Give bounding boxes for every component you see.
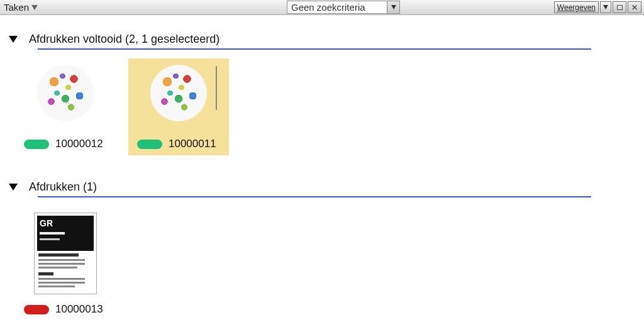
panel-title-area[interactable]: Taken (0, 2, 38, 13)
thumbnail-image (150, 65, 207, 121)
job-id: 10000012 (55, 138, 103, 150)
doc-title: GR (40, 218, 53, 228)
dropdown-button[interactable] (387, 1, 399, 13)
status-badge-green (24, 140, 49, 149)
completed-thumbs: 10000012 10000011 (9, 58, 644, 155)
maximize-button[interactable] (613, 1, 626, 13)
view-button[interactable]: Weergeven (554, 1, 599, 13)
thumbnail-footer: 10000013 (20, 303, 103, 316)
thumbnail-image: GR (34, 213, 97, 294)
chevron-down-icon (391, 5, 396, 9)
search-criteria-label: Geen zoekcriteria (287, 2, 387, 13)
thumbnail-footer: 10000012 (20, 138, 103, 150)
view-dropdown[interactable] (600, 1, 611, 13)
job-id: 10000011 (169, 138, 216, 150)
selection-bar (216, 66, 217, 110)
status-badge-green (137, 140, 162, 149)
section-header-completed[interactable]: Afdrukken voltooid (2, 1 geselecteerd) (9, 33, 644, 46)
thumbnail-footer: 10000011 (133, 138, 216, 150)
panel-menu-icon (31, 5, 38, 10)
toolbar-right: Weergeven ✕ (554, 1, 641, 13)
job-id: 10000013 (55, 303, 103, 316)
section-divider (38, 48, 591, 50)
close-button[interactable]: ✕ (628, 1, 641, 13)
panel-title: Taken (4, 2, 29, 13)
printing-thumbs: GR 10000013 (9, 206, 644, 321)
status-badge-red (24, 305, 49, 314)
maximize-icon (617, 5, 623, 10)
chevron-down-icon (603, 5, 608, 9)
thumbnail-image (37, 65, 94, 121)
section-header-printing[interactable]: Afdrukken (1) (9, 180, 644, 194)
job-thumbnail[interactable]: GR 10000013 (15, 206, 116, 321)
job-thumbnail[interactable]: 10000012 (15, 58, 116, 155)
search-criteria-dropdown[interactable]: Geen zoekcriteria (287, 1, 400, 14)
toolbar: Taken Geen zoekcriteria Weergeven ✕ (0, 0, 644, 15)
job-thumbnail-selected[interactable]: 10000011 (128, 58, 229, 155)
collapse-icon (9, 36, 18, 43)
section-title-printing: Afdrukken (1) (29, 180, 97, 194)
content-area: Afdrukken voltooid (2, 1 geselecteerd) 1… (0, 15, 644, 332)
close-icon: ✕ (631, 3, 638, 12)
section-divider (38, 196, 591, 197)
section-title-completed: Afdrukken voltooid (2, 1 geselecteerd) (29, 33, 219, 46)
collapse-icon (9, 184, 18, 191)
